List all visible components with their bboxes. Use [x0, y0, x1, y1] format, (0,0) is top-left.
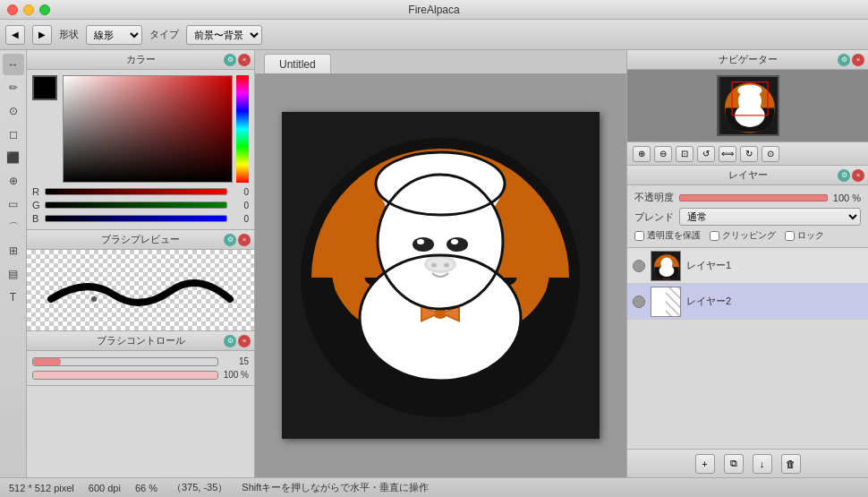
svg-point-17 — [428, 258, 453, 270]
color-panel-settings[interactable]: ⚙ — [224, 54, 236, 66]
brush-preview-canvas-area — [27, 250, 254, 330]
tool-eyedropper[interactable]: ⊕ — [3, 170, 24, 192]
color-sliders: R 0 G 0 B 0 — [32, 186, 249, 224]
layer-panel: レイヤー ⚙ × 不透明度 100 % ブレンド 通常 乗算 ス — [627, 166, 868, 477]
tool-fill[interactable]: ⬛ — [3, 147, 24, 168]
brush-opacity-value: 100 % — [222, 370, 249, 380]
navigator-close[interactable]: × — [852, 54, 864, 66]
copy-layer-button[interactable]: ⧉ — [724, 454, 744, 474]
flip-button[interactable]: ⟺ — [719, 146, 736, 162]
tool-select-rect[interactable]: ▭ — [3, 193, 24, 215]
color-panel-title: カラー — [126, 53, 156, 66]
blend-select[interactable]: 通常 乗算 スクリーン — [679, 208, 861, 226]
zoom-out-button[interactable]: ⊖ — [654, 146, 672, 162]
svg-point-28 — [737, 84, 762, 96]
close-button[interactable] — [7, 4, 18, 15]
layer-panel-close[interactable]: × — [852, 169, 864, 182]
layer-panel-header: レイヤー ⚙ × — [627, 166, 868, 185]
navigator-toolbar: ⊕ ⊖ ⊡ ↺ ⟺ ↻ ⊙ — [627, 141, 868, 165]
svg-point-14 — [417, 239, 424, 244]
tool-select-lasso[interactable]: ⌒ — [3, 217, 24, 238]
color-gradient[interactable] — [63, 75, 249, 183]
layer-list: レイヤー1 レイヤー2 — [627, 248, 868, 449]
tool-text[interactable]: T — [3, 287, 24, 308]
tool-move[interactable]: ↔ — [3, 54, 24, 75]
b-slider[interactable] — [45, 215, 227, 222]
tool-eraser[interactable]: ◻ — [3, 124, 24, 145]
type-select[interactable]: 前景〜背景 前景〜透明 — [186, 25, 262, 45]
canvas-area[interactable] — [255, 73, 626, 477]
layer-item-selected[interactable]: レイヤー2 — [627, 284, 868, 320]
svg-point-15 — [451, 239, 458, 244]
shape-select[interactable]: 線形 放射形 — [86, 25, 142, 45]
zoom-fit-button[interactable]: ⊡ — [676, 146, 694, 162]
protect-transparency-checkbox[interactable] — [634, 231, 644, 241]
zoom-in-button[interactable]: ⊕ — [633, 146, 651, 162]
brush-preview-close[interactable]: × — [238, 234, 251, 246]
brush-opacity-track[interactable] — [32, 371, 218, 380]
brush-control-title: ブラシコントロール — [97, 334, 185, 347]
delete-layer-button[interactable]: 🗑 — [781, 454, 801, 474]
canvas-size: 512 * 512 pixel — [9, 483, 74, 493]
status-hint: Shiftキーを押しながらで水平・垂直に操作 — [242, 481, 429, 494]
document-tabs: Untitled — [255, 50, 626, 73]
reset-button[interactable]: ⊙ — [762, 146, 779, 162]
status-bar: 512 * 512 pixel 600 dpi 66 % （375, -35） … — [0, 477, 868, 497]
clipping-label: クリッピング — [722, 229, 776, 242]
tool-stamp[interactable]: ⊙ — [3, 100, 24, 122]
brush-control-settings[interactable]: ⚙ — [224, 335, 236, 347]
r-slider[interactable] — [45, 188, 227, 195]
play-button[interactable]: ▶ — [32, 25, 52, 45]
navigator-settings[interactable]: ⚙ — [838, 54, 850, 66]
navigator-preview — [627, 70, 868, 141]
brush-size-value: 15 — [222, 356, 249, 366]
layer-thumb-2 — [651, 287, 681, 317]
layer-visibility-1[interactable] — [633, 260, 645, 272]
tool-transform[interactable]: ⊞ — [3, 240, 24, 261]
tool-gradient[interactable]: ▤ — [3, 263, 24, 285]
brush-control-header: ブラシコントロール ⚙ × — [27, 331, 254, 351]
window-controls[interactable] — [7, 4, 50, 15]
tools-panel: ↔ ✏ ⊙ ◻ ⬛ ⊕ ▭ ⌒ ⊞ ▤ T — [0, 50, 27, 477]
protect-transparency-label: 透明度を保護 — [647, 229, 701, 242]
rotate-cw-button[interactable]: ↻ — [740, 146, 758, 162]
merge-layer-button[interactable]: ↓ — [753, 454, 772, 474]
svg-point-0 — [91, 296, 97, 302]
svg-point-33 — [660, 257, 672, 270]
r-label: R — [32, 186, 41, 197]
color-panel-close[interactable]: × — [238, 54, 251, 66]
shape-label: 形状 — [59, 28, 79, 41]
collapse-left-button[interactable]: ◀ — [5, 25, 25, 45]
r-value: 0 — [231, 187, 249, 197]
tool-brush[interactable]: ✏ — [3, 77, 24, 99]
main-toolbar: ◀ ▶ 形状 線形 放射形 タイプ 前景〜背景 前景〜透明 — [0, 20, 868, 50]
brush-control-close[interactable]: × — [238, 335, 251, 347]
g-slider[interactable] — [45, 201, 227, 209]
svg-point-13 — [447, 237, 468, 252]
hue-bar[interactable] — [236, 75, 249, 183]
layer-visibility-2[interactable] — [633, 296, 645, 308]
brush-size-track[interactable] — [32, 357, 218, 366]
brush-preview-settings[interactable]: ⚙ — [224, 234, 236, 246]
tab-title: Untitled — [279, 58, 316, 71]
brush-size-fill — [33, 358, 61, 365]
blend-label: ブレンド — [634, 210, 674, 224]
canvas-container — [282, 112, 600, 439]
navigator-thumb — [717, 75, 779, 136]
minimize-button[interactable] — [23, 4, 34, 15]
document-tab[interactable]: Untitled — [264, 54, 331, 73]
opacity-slider[interactable] — [679, 194, 828, 201]
maximize-button[interactable] — [39, 4, 50, 15]
color-swatch[interactable] — [32, 75, 57, 100]
brush-preview-panel: ブラシプレビュー ⚙ × — [27, 230, 254, 331]
lock-checkbox[interactable] — [785, 231, 795, 241]
g-label: G — [32, 200, 41, 210]
add-layer-button[interactable]: + — [695, 454, 715, 474]
layer-item[interactable]: レイヤー1 — [627, 248, 868, 284]
color-panel: カラー ⚙ × — [27, 50, 254, 230]
clipping-checkbox[interactable] — [710, 231, 719, 241]
layer-panel-settings[interactable]: ⚙ — [838, 169, 850, 182]
layer-footer: + ⧉ ↓ 🗑 — [627, 449, 868, 477]
rotate-ccw-button[interactable]: ↺ — [697, 146, 715, 162]
svg-point-12 — [413, 237, 434, 252]
